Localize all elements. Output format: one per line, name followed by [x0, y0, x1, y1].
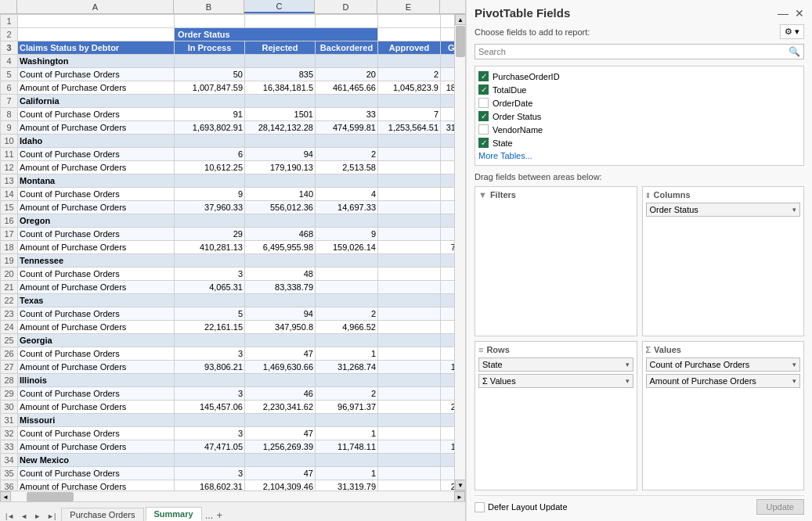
order-status-cell[interactable]: Order Status	[175, 28, 378, 41]
cell-22a[interactable]: Texas	[18, 294, 175, 307]
cell-36c[interactable]: 2,104,309.46	[245, 480, 316, 491]
field-item-purchaseorderid[interactable]: ✓PurchaseOrderID	[478, 70, 800, 83]
cell-1d[interactable]	[316, 15, 378, 28]
field-checkbox-orderstatus[interactable]: ✓	[478, 111, 489, 121]
cell-24e[interactable]	[378, 321, 441, 334]
cell-32b[interactable]: 3	[175, 427, 245, 440]
cell-12d[interactable]: 2,513.58	[316, 161, 378, 174]
cell-22b[interactable]	[175, 294, 245, 307]
cell-33f[interactable]: 1,315,488.55	[441, 440, 455, 454]
cell-20b[interactable]: 3	[175, 268, 245, 281]
cell-32d[interactable]: 1	[316, 427, 378, 440]
field-checkbox-purchaseorderid[interactable]: ✓	[478, 71, 489, 81]
cell-18c[interactable]: 6,495,955.98	[245, 241, 316, 254]
cell-5d[interactable]: 20	[316, 68, 378, 81]
cell-29a[interactable]: Count of Purchase Orders	[18, 387, 175, 401]
cell-8f[interactable]: 1632	[441, 108, 455, 121]
cell-21f[interactable]: 87,404.1	[441, 281, 455, 294]
cell-25b[interactable]	[175, 334, 245, 347]
tab-nav-next[interactable]: ►	[31, 512, 43, 521]
cell-28c[interactable]	[245, 374, 316, 387]
cell-32e[interactable]	[378, 427, 441, 440]
cell-22d[interactable]	[316, 294, 378, 307]
vertical-scrollbar[interactable]: ▲ ▼	[454, 14, 465, 490]
cell-1f[interactable]	[441, 15, 455, 28]
cell-16d[interactable]	[316, 214, 378, 228]
cell-5e[interactable]: 2	[378, 68, 441, 81]
cell-27f[interactable]: 1,594,705.61	[441, 361, 455, 374]
scroll-thumb[interactable]	[456, 26, 465, 57]
scroll-down-btn[interactable]: ▼	[455, 480, 465, 490]
scroll-left-btn[interactable]: ◄	[0, 491, 11, 502]
cell-19b[interactable]	[175, 254, 245, 268]
cell-7a[interactable]: California	[18, 95, 175, 108]
field-checkbox-orderdate[interactable]	[478, 98, 489, 108]
cell-25c[interactable]	[245, 334, 316, 347]
cell-15c[interactable]: 556,012.36	[245, 201, 316, 214]
cell-5b[interactable]: 50	[175, 68, 245, 81]
cell-32a[interactable]: Count of Purchase Orders	[18, 427, 175, 440]
cell-33b[interactable]: 47,471.05	[175, 440, 245, 454]
cell-22c[interactable]	[245, 294, 316, 307]
cell-14f[interactable]: 153	[441, 188, 455, 201]
cell-30c[interactable]: 2,230,341.62	[245, 401, 316, 414]
cell-29b[interactable]: 3	[175, 387, 245, 401]
cell-31d[interactable]	[316, 414, 378, 427]
cell-7c[interactable]	[245, 95, 316, 108]
col-header-c[interactable]: C	[244, 0, 315, 13]
cell-36b[interactable]: 168,602.31	[175, 480, 245, 491]
cell-24c[interactable]: 347,950.8	[245, 321, 316, 334]
cell-36a[interactable]: Amount of Purchase Orders	[18, 480, 175, 491]
cell-14b[interactable]: 9	[175, 188, 245, 201]
cell-20d[interactable]	[316, 268, 378, 281]
cell-20f[interactable]: 51	[441, 268, 455, 281]
field-item-totaldue[interactable]: ✓TotalDue	[478, 83, 800, 96]
cell-5a[interactable]: Count of Purchase Orders	[18, 68, 175, 81]
cell-35d[interactable]: 1	[316, 467, 378, 480]
cell-11b[interactable]: 6	[175, 148, 245, 161]
cell-14e[interactable]	[378, 188, 441, 201]
cell-28a[interactable]: Illinois	[18, 374, 175, 387]
cell-35f[interactable]: 51	[441, 467, 455, 480]
cell-19c[interactable]	[245, 254, 316, 268]
cell-10c[interactable]	[245, 135, 316, 148]
cell-25e[interactable]	[378, 334, 441, 347]
cell-29d[interactable]: 2	[316, 387, 378, 401]
field-item-vendorname[interactable]: VendorName	[478, 123, 800, 136]
cell-6f[interactable]: 18,899,318.66	[441, 81, 455, 95]
search-input[interactable]	[478, 47, 789, 56]
cell-1b[interactable]	[175, 15, 245, 28]
cell-13f[interactable]	[441, 174, 455, 188]
cell-12e[interactable]	[378, 161, 441, 174]
field-item-orderdate[interactable]: OrderDate	[478, 96, 800, 110]
tab-summary[interactable]: Summary	[146, 507, 202, 521]
cell-26a[interactable]: Count of Purchase Orders	[18, 347, 175, 361]
tab-nav-first[interactable]: |◄	[3, 512, 16, 521]
cell-9f[interactable]: 31,564,099.51	[441, 121, 455, 135]
cell-8c[interactable]: 1501	[245, 108, 316, 121]
col-header-e[interactable]: E	[377, 0, 440, 13]
tab-nav-prev[interactable]: ◄	[18, 512, 30, 521]
cell-13d[interactable]	[316, 174, 378, 188]
grand-total-header[interactable]: Grand Total	[441, 41, 455, 55]
cell-21e[interactable]	[378, 281, 441, 294]
cell-35c[interactable]: 47	[245, 467, 316, 480]
cell-34f[interactable]	[441, 454, 455, 467]
cell-15f[interactable]: 608,670.02	[441, 201, 455, 214]
cell-30e[interactable]	[378, 401, 441, 414]
cell-19e[interactable]	[378, 254, 441, 268]
cell-15d[interactable]: 14,697.33	[316, 201, 378, 214]
col-header-a[interactable]: A	[17, 0, 174, 13]
cell-30f[interactable]: 2,472,770.05	[441, 401, 455, 414]
cell-28d[interactable]	[316, 374, 378, 387]
values-amount-po-tag[interactable]: Amount of Purchase Orders ▾	[646, 374, 801, 388]
cell-34b[interactable]	[175, 454, 245, 467]
cell-17a[interactable]: Count of Purchase Orders	[18, 228, 175, 241]
cell-33e[interactable]	[378, 440, 441, 454]
cell-29e[interactable]	[378, 387, 441, 401]
cell-8d[interactable]: 33	[316, 108, 378, 121]
cell-17e[interactable]	[378, 228, 441, 241]
cell-14c[interactable]: 140	[245, 188, 316, 201]
cell-33d[interactable]: 11,748.11	[316, 440, 378, 454]
rows-state-tag[interactable]: State ▾	[478, 358, 633, 372]
